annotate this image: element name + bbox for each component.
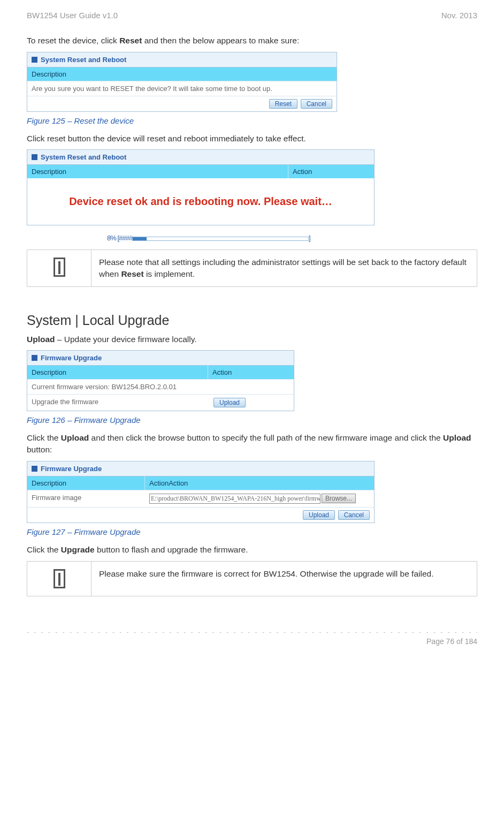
text: – Update your device firmware locally. (55, 335, 197, 344)
text: is implement. (144, 269, 195, 278)
section-heading: System | Local Upgrade (27, 313, 477, 328)
bold: Upgrade (61, 545, 95, 554)
square-icon (32, 355, 37, 361)
bold: Upload (27, 335, 55, 344)
bold: Reset (121, 269, 143, 278)
col-description: Description (27, 67, 337, 81)
figure-125-caption: Figure 125 – Reset the device (27, 116, 477, 125)
panel-title: System Reset and Reboot (27, 52, 337, 67)
col-description: Description (27, 165, 288, 178)
note-text: Please make sure the firmware is correct… (91, 562, 477, 596)
panel-title: System Reset and Reboot (27, 150, 374, 165)
after-reset-text: Click reset button the device will reset… (27, 133, 477, 145)
text: To reset the device, click (27, 36, 119, 45)
square-icon (32, 154, 37, 160)
upgrade-line: Click the Upgrade button to flash and up… (27, 544, 477, 556)
button-row: Upload Cancel (27, 507, 374, 523)
panel-title: Firmware Upgrade (27, 351, 294, 366)
upload-button[interactable]: Upload (303, 510, 335, 520)
info-icon (54, 258, 65, 277)
title-text: Firmware Upgrade (41, 354, 102, 362)
text: Click the (27, 433, 61, 442)
panel-firmware-2: Firmware Upgrade Description ActionActio… (27, 461, 375, 523)
note-box-1: Please note that all settings including … (27, 249, 477, 286)
col-description: Description (27, 366, 208, 379)
text: button: (27, 445, 52, 454)
square-icon (32, 57, 37, 63)
reset-intro: To reset the device, click Reset and the… (27, 35, 477, 47)
bold: Upload (61, 433, 89, 442)
page-number: Page 76 of 184 (27, 637, 477, 646)
note-text: Please note that all settings including … (91, 250, 477, 286)
progress-end: ] (309, 234, 311, 242)
figure-127-caption: Figure 127 – Firmware Upgrade (27, 527, 477, 536)
col-action: Action (288, 165, 374, 178)
figure-126-caption: Figure 126 – Firmware Upgrade (27, 415, 477, 425)
cancel-button[interactable]: Cancel (338, 510, 370, 520)
empty (208, 380, 294, 394)
progress-row: 8% [####] (27, 229, 477, 247)
panel-reset-confirm: System Reset and Reboot Description Are … (27, 52, 337, 112)
panel-firmware-1: Firmware Upgrade Description Action Curr… (27, 350, 294, 411)
title-text: System Reset and Reboot (41, 153, 126, 161)
reset-button[interactable]: Reset (269, 99, 297, 109)
col-action: Action (208, 366, 294, 379)
note-box-2: Please make sure the firmware is correct… (27, 561, 477, 596)
firmware-path-input[interactable]: E:\product\BROWAN_BW1254_WAPA-216N_high … (149, 494, 320, 504)
text: button to flash and upgrade the firmware… (95, 545, 248, 554)
info-icon (54, 569, 65, 588)
cancel-button[interactable]: Cancel (301, 99, 332, 109)
text: and then click the browse button to spec… (89, 433, 443, 442)
upgrade-row: Upgrade the firmware (27, 395, 208, 411)
doc-title: BW1254 User Guide v1.0 (27, 11, 118, 20)
panel-title: Firmware Upgrade (27, 461, 374, 476)
bold: Reset (119, 36, 142, 45)
fw-image-label: Firmware image (27, 490, 145, 507)
footer-dots: - - - - - - - - - - - - - - - - - - - - … (27, 629, 477, 636)
progress-label: 8% [#### (107, 234, 132, 242)
button-row: Reset Cancel (27, 96, 337, 111)
square-icon (32, 466, 37, 472)
panel-rebooting: System Reset and Reboot Description Acti… (27, 149, 375, 225)
note-icon-cell (27, 562, 91, 596)
upload-line: Upload – Update your device firmware loc… (27, 334, 477, 345)
text: Click the (27, 545, 61, 554)
title-text: Firmware Upgrade (41, 465, 102, 473)
upload-button[interactable]: Upload (213, 398, 246, 407)
progress-bar (132, 237, 309, 241)
col-action: ActionAction (145, 476, 374, 490)
doc-date: Nov. 2013 (441, 11, 477, 20)
upload-instructions: Click the Upload and then click the brow… (27, 432, 477, 455)
note-icon-cell (27, 250, 91, 286)
fw-version-row: Current firmware version: BW1254.BRO.2.0… (27, 380, 208, 394)
title-text: System Reset and Reboot (41, 56, 126, 64)
browse-button[interactable]: Browse... (322, 494, 356, 503)
col-description: Description (27, 476, 145, 490)
text: and then the below appears to make sure: (142, 36, 299, 45)
bold: Upload (443, 433, 471, 442)
reset-question: Are you sure you want to RESET the devic… (27, 81, 337, 96)
reboot-message: Device reset ok and is rebooting now. Pl… (27, 178, 374, 225)
